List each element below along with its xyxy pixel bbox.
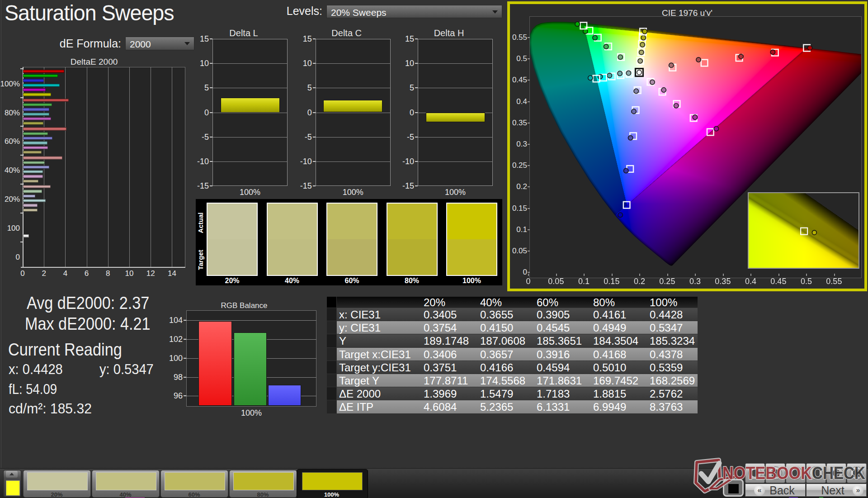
svg-text:CHECK: CHECK (812, 464, 865, 483)
svg-text:NOTEBOOK: NOTEBOOK (722, 464, 812, 483)
